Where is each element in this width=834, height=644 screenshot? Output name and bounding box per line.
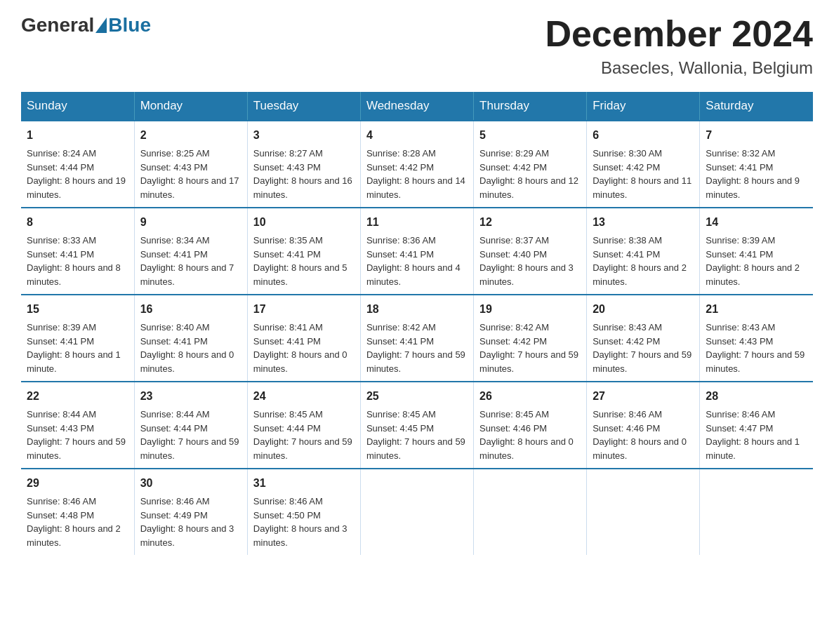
calendar-cell: 22Sunrise: 8:44 AMSunset: 4:43 PMDayligh… [21, 382, 134, 469]
day-number: 18 [366, 301, 468, 318]
calendar-cell: 29Sunrise: 8:46 AMSunset: 4:48 PMDayligh… [21, 469, 134, 555]
day-info: Sunrise: 8:46 AMSunset: 4:48 PMDaylight:… [27, 496, 121, 548]
calendar-cell: 26Sunrise: 8:45 AMSunset: 4:46 PMDayligh… [474, 382, 587, 469]
calendar-cell: 17Sunrise: 8:41 AMSunset: 4:41 PMDayligh… [247, 295, 360, 382]
day-info: Sunrise: 8:25 AMSunset: 4:43 PMDaylight:… [140, 148, 239, 200]
logo-blue-text: Blue [108, 14, 151, 36]
day-number: 19 [479, 301, 581, 318]
calendar-cell: 4Sunrise: 8:28 AMSunset: 4:42 PMDaylight… [360, 121, 473, 208]
calendar-week-row: 1Sunrise: 8:24 AMSunset: 4:44 PMDaylight… [21, 121, 813, 208]
calendar-cell: 10Sunrise: 8:35 AMSunset: 4:41 PMDayligh… [247, 208, 360, 295]
day-number: 20 [593, 301, 694, 318]
day-info: Sunrise: 8:40 AMSunset: 4:41 PMDaylight:… [140, 322, 234, 374]
day-info: Sunrise: 8:45 AMSunset: 4:44 PMDaylight:… [253, 409, 352, 461]
calendar-cell: 21Sunrise: 8:43 AMSunset: 4:43 PMDayligh… [700, 295, 813, 382]
day-number: 5 [479, 127, 581, 144]
calendar-cell: 28Sunrise: 8:46 AMSunset: 4:47 PMDayligh… [700, 382, 813, 469]
location-subtitle: Basecles, Wallonia, Belgium [545, 58, 813, 78]
day-number: 28 [706, 388, 807, 405]
calendar-cell: 18Sunrise: 8:42 AMSunset: 4:41 PMDayligh… [360, 295, 473, 382]
calendar-cell: 19Sunrise: 8:42 AMSunset: 4:42 PMDayligh… [474, 295, 587, 382]
calendar-cell: 13Sunrise: 8:38 AMSunset: 4:41 PMDayligh… [587, 208, 700, 295]
calendar-week-row: 8Sunrise: 8:33 AMSunset: 4:41 PMDaylight… [21, 208, 813, 295]
day-info: Sunrise: 8:46 AMSunset: 4:46 PMDaylight:… [593, 409, 687, 461]
day-number: 2 [140, 127, 241, 144]
day-number: 21 [706, 301, 807, 318]
calendar-cell: 27Sunrise: 8:46 AMSunset: 4:46 PMDayligh… [587, 382, 700, 469]
day-info: Sunrise: 8:35 AMSunset: 4:41 PMDaylight:… [253, 235, 348, 287]
page-header: General Blue December 2024 Basecles, Wal… [21, 14, 813, 78]
calendar-cell: 12Sunrise: 8:37 AMSunset: 4:40 PMDayligh… [474, 208, 587, 295]
day-number: 15 [27, 301, 128, 318]
day-info: Sunrise: 8:36 AMSunset: 4:41 PMDaylight:… [366, 235, 461, 287]
day-info: Sunrise: 8:39 AMSunset: 4:41 PMDaylight:… [706, 235, 800, 287]
col-thursday: Thursday [474, 92, 587, 121]
day-number: 22 [27, 388, 128, 405]
calendar-cell: 25Sunrise: 8:45 AMSunset: 4:45 PMDayligh… [360, 382, 473, 469]
calendar-cell [587, 469, 700, 555]
day-info: Sunrise: 8:46 AMSunset: 4:50 PMDaylight:… [253, 496, 348, 548]
day-number: 6 [593, 127, 694, 144]
calendar-header: Sunday Monday Tuesday Wednesday Thursday… [21, 92, 813, 121]
day-number: 9 [140, 214, 241, 231]
day-info: Sunrise: 8:39 AMSunset: 4:41 PMDaylight:… [27, 322, 121, 374]
day-number: 3 [253, 127, 355, 144]
day-info: Sunrise: 8:42 AMSunset: 4:42 PMDaylight:… [479, 322, 578, 374]
calendar-cell: 6Sunrise: 8:30 AMSunset: 4:42 PMDaylight… [587, 121, 700, 208]
day-number: 11 [366, 214, 468, 231]
month-year-title: December 2024 [545, 14, 813, 54]
day-info: Sunrise: 8:38 AMSunset: 4:41 PMDaylight:… [593, 235, 687, 287]
header-row: Sunday Monday Tuesday Wednesday Thursday… [21, 92, 813, 121]
day-number: 1 [27, 127, 128, 144]
day-number: 25 [366, 388, 468, 405]
calendar-cell: 7Sunrise: 8:32 AMSunset: 4:41 PMDaylight… [700, 121, 813, 208]
day-info: Sunrise: 8:30 AMSunset: 4:42 PMDaylight:… [593, 148, 691, 200]
calendar-cell: 23Sunrise: 8:44 AMSunset: 4:44 PMDayligh… [134, 382, 247, 469]
day-number: 31 [253, 475, 355, 492]
day-number: 12 [479, 214, 581, 231]
day-info: Sunrise: 8:27 AMSunset: 4:43 PMDaylight:… [253, 148, 352, 200]
calendar-body: 1Sunrise: 8:24 AMSunset: 4:44 PMDaylight… [21, 121, 813, 555]
day-info: Sunrise: 8:44 AMSunset: 4:44 PMDaylight:… [140, 409, 239, 461]
day-info: Sunrise: 8:46 AMSunset: 4:49 PMDaylight:… [140, 496, 234, 548]
day-info: Sunrise: 8:43 AMSunset: 4:42 PMDaylight:… [593, 322, 691, 374]
calendar-table: Sunday Monday Tuesday Wednesday Thursday… [21, 92, 813, 555]
calendar-cell: 3Sunrise: 8:27 AMSunset: 4:43 PMDaylight… [247, 121, 360, 208]
day-info: Sunrise: 8:45 AMSunset: 4:46 PMDaylight:… [479, 409, 574, 461]
day-number: 14 [706, 214, 807, 231]
col-wednesday: Wednesday [360, 92, 473, 121]
day-info: Sunrise: 8:41 AMSunset: 4:41 PMDaylight:… [253, 322, 348, 374]
col-friday: Friday [587, 92, 700, 121]
calendar-cell: 15Sunrise: 8:39 AMSunset: 4:41 PMDayligh… [21, 295, 134, 382]
calendar-week-row: 22Sunrise: 8:44 AMSunset: 4:43 PMDayligh… [21, 382, 813, 469]
calendar-cell [700, 469, 813, 555]
day-number: 10 [253, 214, 355, 231]
calendar-cell: 24Sunrise: 8:45 AMSunset: 4:44 PMDayligh… [247, 382, 360, 469]
day-number: 7 [706, 127, 807, 144]
calendar-cell: 2Sunrise: 8:25 AMSunset: 4:43 PMDaylight… [134, 121, 247, 208]
calendar-cell: 5Sunrise: 8:29 AMSunset: 4:42 PMDaylight… [474, 121, 587, 208]
col-monday: Monday [134, 92, 247, 121]
day-number: 26 [479, 388, 581, 405]
calendar-cell: 16Sunrise: 8:40 AMSunset: 4:41 PMDayligh… [134, 295, 247, 382]
logo: General Blue [21, 14, 151, 36]
day-number: 23 [140, 388, 241, 405]
day-info: Sunrise: 8:46 AMSunset: 4:47 PMDaylight:… [706, 409, 800, 461]
title-area: December 2024 Basecles, Wallonia, Belgiu… [545, 14, 813, 78]
day-info: Sunrise: 8:42 AMSunset: 4:41 PMDaylight:… [366, 322, 465, 374]
logo-general-text: General [21, 14, 94, 36]
calendar-week-row: 29Sunrise: 8:46 AMSunset: 4:48 PMDayligh… [21, 469, 813, 555]
day-number: 24 [253, 388, 355, 405]
day-info: Sunrise: 8:33 AMSunset: 4:41 PMDaylight:… [27, 235, 121, 287]
day-info: Sunrise: 8:34 AMSunset: 4:41 PMDaylight:… [140, 235, 234, 287]
day-info: Sunrise: 8:29 AMSunset: 4:42 PMDaylight:… [479, 148, 578, 200]
day-info: Sunrise: 8:45 AMSunset: 4:45 PMDaylight:… [366, 409, 465, 461]
day-number: 29 [27, 475, 128, 492]
day-info: Sunrise: 8:28 AMSunset: 4:42 PMDaylight:… [366, 148, 465, 200]
day-info: Sunrise: 8:32 AMSunset: 4:41 PMDaylight:… [706, 148, 800, 200]
day-number: 27 [593, 388, 694, 405]
calendar-cell: 20Sunrise: 8:43 AMSunset: 4:42 PMDayligh… [587, 295, 700, 382]
calendar-week-row: 15Sunrise: 8:39 AMSunset: 4:41 PMDayligh… [21, 295, 813, 382]
calendar-cell: 8Sunrise: 8:33 AMSunset: 4:41 PMDaylight… [21, 208, 134, 295]
day-number: 8 [27, 214, 128, 231]
